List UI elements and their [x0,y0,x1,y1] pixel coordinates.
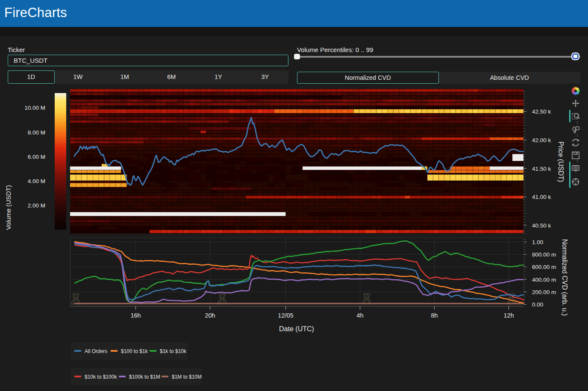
svg-text:6.00 M: 6.00 M [28,154,45,160]
svg-text:4h: 4h [356,312,363,319]
svg-text:$100k to $1M: $100k to $1M [129,374,160,380]
svg-text:40.50 k: 40.50 k [532,222,551,229]
svg-text:12/05: 12/05 [278,312,293,319]
svg-text:16h: 16h [130,312,141,319]
svg-text:41.50 k: 41.50 k [532,166,551,172]
svg-text:1.00: 1.00 [532,239,543,245]
svg-text:Price (USDT): Price (USDT) [557,141,564,182]
svg-text:8h: 8h [431,312,438,319]
svg-text:0.00: 0.00 [532,301,543,308]
svg-text:20h: 20h [205,312,215,319]
svg-text:400.00 m: 400.00 m [532,277,556,283]
svg-text:600.00 m: 600.00 m [532,264,556,270]
svg-text:800.00 m: 800.00 m [532,251,556,258]
svg-text:2.00 M: 2.00 M [28,202,45,209]
svg-text:$1M to $10M: $1M to $10M [172,374,202,380]
svg-text:200.00 m: 200.00 m [532,289,556,295]
svg-text:$10k to $100k: $10k to $100k [85,374,117,380]
svg-text:All Orders: All Orders [85,348,107,354]
svg-text:12h: 12h [503,312,514,319]
svg-text:Normalized CVD (arb. u.): Normalized CVD (arb. u.) [561,239,568,316]
svg-text:Volume (USDT): Volume (USDT) [5,185,12,230]
svg-text:8.00 M: 8.00 M [28,129,45,136]
svg-text:42.00 k: 42.00 k [532,137,551,143]
svg-text:41.00 k: 41.00 k [532,194,551,200]
svg-text:4.00 M: 4.00 M [28,178,45,184]
svg-text:$100 to $1k: $100 to $1k [121,348,148,354]
svg-text:Date (UTC): Date (UTC) [279,325,314,333]
svg-text:10.00 M: 10.00 M [24,105,45,111]
svg-text:42.50 k: 42.50 k [532,108,551,115]
svg-text:$1k to $10k: $1k to $10k [160,348,187,354]
